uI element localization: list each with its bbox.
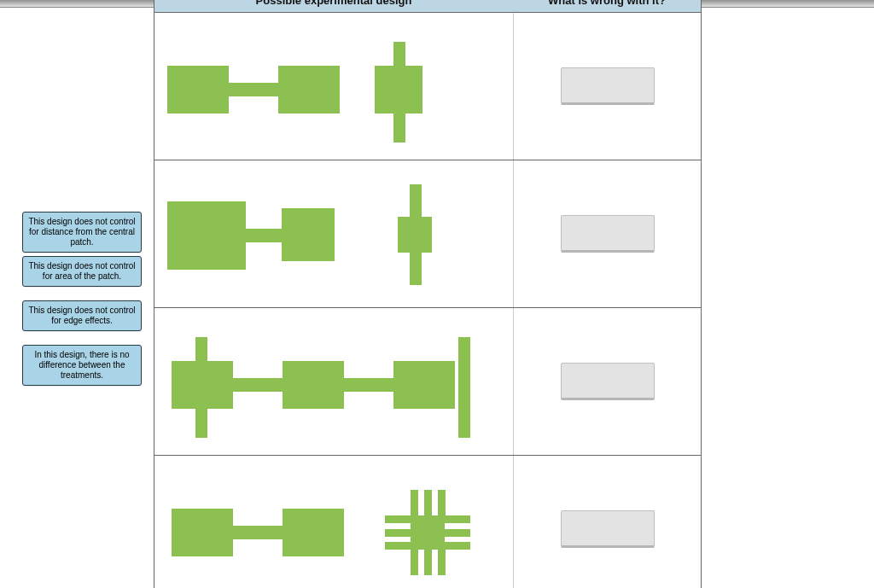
answer-tile-label: This design does not control for edge ef… <box>28 306 135 325</box>
diagram-row2 <box>154 160 514 307</box>
svg-rect-6 <box>246 229 282 242</box>
svg-rect-31 <box>445 529 470 537</box>
svg-rect-21 <box>411 490 418 515</box>
header-left: Possible experimental design <box>154 0 513 7</box>
drop-cell <box>514 456 701 588</box>
drop-cell <box>514 13 701 160</box>
svg-rect-7 <box>282 208 335 261</box>
svg-rect-0 <box>167 66 229 114</box>
answer-tile-distance[interactable]: This design does not control for distanc… <box>22 212 142 253</box>
svg-rect-12 <box>233 378 283 392</box>
svg-rect-1 <box>229 83 278 96</box>
svg-rect-14 <box>344 378 393 392</box>
svg-rect-30 <box>445 515 470 523</box>
drop-target-row3[interactable] <box>561 363 655 400</box>
svg-rect-29 <box>385 542 411 550</box>
activity-header: Possible experimental design What is wro… <box>154 0 701 13</box>
svg-rect-11 <box>195 337 207 438</box>
answer-tile-label: This design does not control for distanc… <box>28 217 135 247</box>
svg-rect-17 <box>172 509 233 556</box>
svg-rect-15 <box>393 361 455 409</box>
table-row <box>154 308 701 456</box>
table-row <box>154 456 701 588</box>
fragmented-patch-icon <box>385 490 470 575</box>
svg-rect-13 <box>283 361 344 409</box>
svg-rect-4 <box>393 42 405 143</box>
svg-rect-26 <box>438 550 446 575</box>
svg-rect-23 <box>438 490 446 515</box>
drop-cell <box>514 160 701 307</box>
svg-rect-27 <box>385 515 411 523</box>
diagram-svg <box>154 160 513 307</box>
diagram-svg <box>154 456 513 588</box>
header-right: What is wrong with it? <box>513 0 701 7</box>
svg-rect-20 <box>411 515 445 550</box>
answer-tile-label: This design does not control for area of… <box>28 261 135 281</box>
answer-tile-area[interactable]: This design does not control for area of… <box>22 256 142 287</box>
diagram-row1 <box>154 13 514 160</box>
svg-rect-32 <box>445 542 470 550</box>
svg-rect-22 <box>424 490 432 515</box>
diagram-row3 <box>154 308 514 455</box>
diagram-row4 <box>154 456 514 588</box>
svg-rect-9 <box>410 184 422 285</box>
answer-tile-nodiff[interactable]: In this design, there is no difference b… <box>22 345 142 386</box>
svg-rect-25 <box>424 550 432 575</box>
drop-target-row1[interactable] <box>561 67 655 105</box>
svg-rect-16 <box>458 337 470 438</box>
table-row <box>154 160 701 308</box>
activity-table: Possible experimental design What is wro… <box>154 0 702 588</box>
svg-rect-2 <box>278 66 340 114</box>
answer-tile-edge[interactable]: This design does not control for edge ef… <box>22 300 142 331</box>
svg-rect-18 <box>233 526 283 539</box>
svg-rect-28 <box>385 529 411 537</box>
svg-rect-19 <box>283 509 344 556</box>
svg-rect-5 <box>167 201 246 270</box>
drop-target-row2[interactable] <box>561 215 655 253</box>
svg-rect-24 <box>411 550 418 575</box>
diagram-svg <box>154 308 513 455</box>
drop-target-row4[interactable] <box>561 510 655 548</box>
drop-cell <box>514 308 701 455</box>
page: This design does not control for distanc… <box>0 0 874 588</box>
answer-tile-label: In this design, there is no difference b… <box>34 350 129 380</box>
table-row <box>154 13 701 160</box>
diagram-svg <box>154 13 513 160</box>
